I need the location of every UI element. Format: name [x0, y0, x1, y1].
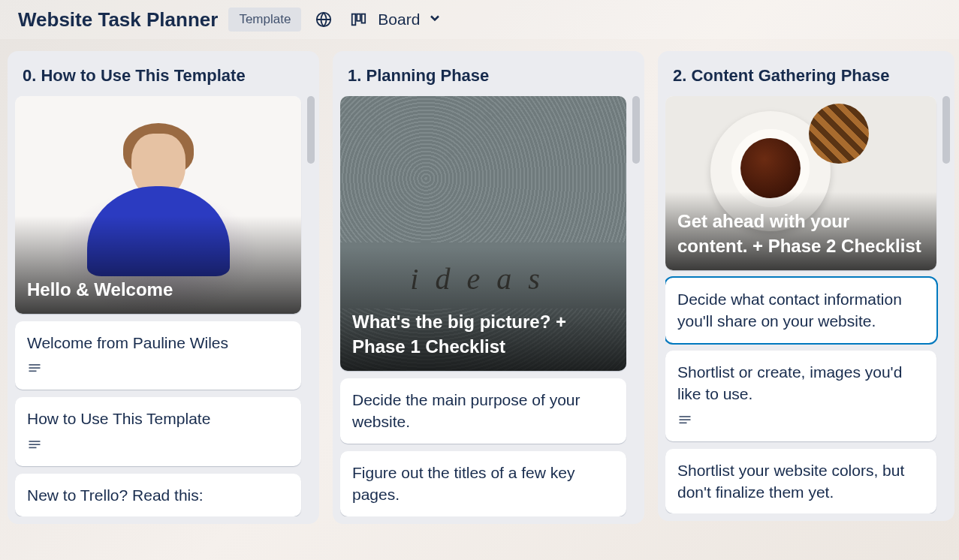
board-canvas[interactable]: 0. How to Use This Template Hello & Welc… — [0, 39, 959, 546]
card[interactable]: Figure out the titles of a few key pages… — [340, 451, 626, 516]
list: 0. How to Use This Template Hello & Welc… — [8, 51, 319, 524]
card[interactable]: Shortlist your website colors, but don't… — [665, 449, 936, 514]
list-title[interactable]: 1. Planning Phase — [340, 62, 637, 96]
list-title[interactable]: 2. Content Gathering Phase — [665, 62, 947, 96]
chevron-down-icon — [427, 11, 442, 29]
view-label: Board — [378, 11, 420, 29]
view-switcher[interactable]: Board — [346, 8, 442, 32]
list: 1. Planning Phase ideas What's the big p… — [333, 51, 644, 524]
list-cards: Get ahead with your content. + Phase 2 C… — [665, 96, 947, 513]
svg-rect-7 — [29, 441, 41, 442]
card[interactable]: Shortlist or create, images you'd like t… — [665, 351, 936, 441]
list-cards: Hello & Welcome Welcome from Pauline Wil… — [15, 96, 312, 516]
card-title: Welcome from Pauline Wiles — [27, 332, 289, 354]
description-icon — [27, 438, 42, 456]
card-cover[interactable]: ideas What's the big picture? + Phase 1 … — [340, 96, 626, 371]
card-cover-title: Hello & Welcome — [15, 267, 185, 314]
list-scrollbar[interactable] — [632, 96, 640, 164]
card-cover-image: Hello & Welcome — [15, 96, 301, 314]
card[interactable]: Decide the main purpose of your website. — [340, 378, 626, 444]
list-scrollbar[interactable] — [942, 96, 950, 164]
list-cards: ideas What's the big picture? + Phase 1 … — [340, 96, 637, 516]
svg-rect-6 — [29, 371, 37, 372]
list: 2. Content Gathering Phase Get ahead wit… — [658, 51, 954, 521]
svg-rect-3 — [362, 14, 366, 23]
card-title: Shortlist your website colors, but don't… — [677, 459, 924, 504]
card-cover-title: What's the big picture? + Phase 1 Checkl… — [340, 300, 626, 371]
board-view-icon — [346, 8, 370, 32]
card-title: New to Trello? Read this: — [27, 484, 289, 506]
list-scrollbar[interactable] — [307, 96, 315, 164]
card-title: Decide the main purpose of your website. — [352, 389, 614, 433]
card-title: Figure out the titles of a few key pages… — [352, 462, 614, 506]
card[interactable]: Welcome from Pauline Wiles — [15, 321, 301, 390]
card-cover[interactable]: Hello & Welcome — [15, 96, 301, 314]
svg-rect-4 — [29, 365, 41, 366]
card-title: Decide what contact information you'll s… — [677, 288, 924, 333]
card-cover[interactable]: Get ahead with your content. + Phase 2 C… — [665, 96, 936, 270]
board-header: Website Task Planner Template Board — [0, 0, 959, 39]
globe-icon[interactable] — [312, 8, 336, 32]
svg-rect-2 — [357, 14, 361, 21]
card[interactable]: Decide what contact information you'll s… — [665, 278, 936, 343]
card-title: How to Use This Template — [27, 408, 289, 429]
card-cover-image: ideas What's the big picture? + Phase 1 … — [340, 96, 626, 371]
svg-rect-5 — [29, 368, 41, 369]
card-cover-title: Get ahead with your content. + Phase 2 C… — [665, 199, 936, 270]
svg-rect-12 — [680, 422, 687, 423]
list-title[interactable]: 0. How to Use This Template — [15, 62, 312, 96]
svg-rect-9 — [29, 447, 37, 448]
svg-rect-11 — [680, 419, 691, 420]
card-title: Shortlist or create, images you'd like t… — [677, 361, 924, 405]
svg-rect-1 — [352, 14, 356, 26]
description-icon — [677, 413, 692, 431]
card-cover-image: Get ahead with your content. + Phase 2 C… — [665, 96, 936, 270]
board-title[interactable]: Website Task Planner — [18, 8, 218, 32]
card[interactable]: How to Use This Template — [15, 397, 301, 465]
svg-rect-10 — [680, 416, 691, 417]
svg-rect-8 — [29, 444, 41, 445]
card[interactable]: New to Trello? Read this: — [15, 474, 301, 516]
description-icon — [27, 361, 42, 379]
template-badge[interactable]: Template — [228, 8, 301, 32]
